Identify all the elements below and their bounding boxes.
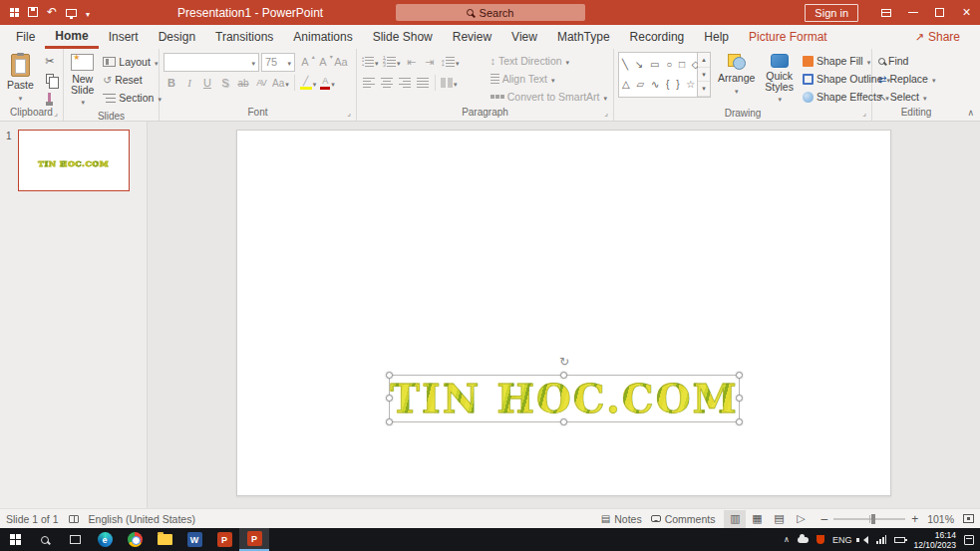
justify-button[interactable]	[415, 75, 431, 92]
slide-thumbnail[interactable]: TIN HOC.COM	[18, 130, 130, 191]
tab-help[interactable]: Help	[694, 25, 739, 49]
battery-icon[interactable]	[894, 537, 905, 543]
font-color-button[interactable]: A	[319, 75, 336, 92]
align-text-button[interactable]: Align Text	[489, 70, 609, 88]
taskbar-chrome-button[interactable]	[120, 528, 150, 551]
shapes-scroll-up-icon[interactable]: ▴	[698, 53, 710, 68]
text-direction-button[interactable]: ↕Text Direction	[489, 52, 609, 70]
select-button[interactable]: ↖Select	[876, 88, 956, 106]
increase-indent-button[interactable]: ⇥	[421, 54, 437, 71]
clipboard-dialog-launcher[interactable]	[51, 109, 61, 119]
columns-button[interactable]	[440, 75, 459, 92]
underline-button[interactable]: U	[199, 75, 215, 92]
highlight-button[interactable]: ╱	[299, 75, 318, 92]
action-center-icon[interactable]	[964, 535, 974, 545]
zoom-slider[interactable]	[833, 518, 905, 520]
tab-insert[interactable]: Insert	[99, 25, 149, 49]
rotate-handle-icon[interactable]: ↻	[559, 356, 569, 368]
change-case-button[interactable]: Aa	[271, 75, 290, 92]
close-button[interactable]: ×	[953, 0, 980, 25]
tab-slide-show[interactable]: Slide Show	[363, 25, 443, 49]
strikethrough-button[interactable]: ab	[235, 75, 251, 92]
format-painter-button[interactable]	[41, 89, 59, 105]
taskbar-powerpoint-active-button[interactable]: P	[239, 528, 269, 551]
paragraph-dialog-launcher[interactable]	[601, 109, 611, 119]
convert-to-smartart-button[interactable]: Convert to SmartArt	[489, 88, 609, 106]
search-box[interactable]: Search	[396, 4, 585, 21]
new-slide-button[interactable]: New Slide	[68, 52, 97, 110]
align-center-button[interactable]	[379, 75, 395, 92]
sign-in-button[interactable]: Sign in	[805, 4, 858, 22]
task-view-button[interactable]	[60, 528, 90, 551]
bold-button[interactable]: B	[163, 75, 179, 92]
cut-button[interactable]: ✂	[41, 53, 59, 69]
start-button[interactable]	[0, 528, 30, 551]
resize-handle-n[interactable]	[560, 372, 567, 379]
notes-button[interactable]: ▤Notes	[601, 513, 642, 525]
wordart-text[interactable]: TIN HOC.COM	[390, 376, 739, 421]
resize-handle-nw[interactable]	[386, 372, 393, 379]
share-button[interactable]: ↗ Share	[901, 25, 974, 49]
minimize-button[interactable]	[899, 0, 926, 25]
shapes-gallery[interactable]: ╲ ↘ ▭ ○ □ ◇ △ ▱ ∿ { } ☆	[618, 52, 698, 98]
text-shadow-button[interactable]: S	[217, 75, 233, 92]
undo-button[interactable]: ↶	[47, 0, 57, 25]
app-icon[interactable]	[10, 8, 19, 17]
fit-slide-to-window-icon[interactable]	[963, 514, 974, 523]
reading-view-button[interactable]: ▤	[768, 510, 790, 528]
tab-design[interactable]: Design	[149, 25, 205, 49]
taskbar-powerpoint-button[interactable]: P	[209, 528, 239, 551]
layout-button[interactable]: Layout	[101, 53, 163, 71]
resize-handle-s[interactable]	[560, 418, 567, 425]
arrange-button[interactable]: Arrange	[715, 52, 758, 107]
resize-handle-w[interactable]	[386, 395, 393, 402]
shapes-scroll-down-icon[interactable]: ▾	[698, 68, 710, 83]
zoom-level[interactable]: 101%	[927, 513, 954, 525]
clear-formatting-button[interactable]: Aa	[333, 54, 349, 71]
language-indicator[interactable]: English (United States)	[89, 513, 195, 525]
paste-button[interactable]: Paste	[4, 52, 37, 106]
normal-view-button[interactable]: ▥	[724, 510, 746, 528]
resize-handle-e[interactable]	[736, 395, 743, 402]
font-dialog-launcher[interactable]	[344, 109, 354, 119]
tab-picture-format[interactable]: Picture Format	[739, 25, 837, 49]
numbering-button[interactable]: 1 2 3	[382, 54, 402, 71]
taskbar-explorer-button[interactable]	[150, 528, 179, 551]
font-name-combo[interactable]	[163, 53, 259, 72]
taskbar-word-button[interactable]: W	[179, 528, 209, 551]
taskbar-clock[interactable]: 16:14 12/10/2023	[913, 530, 956, 550]
resize-handle-se[interactable]	[736, 418, 743, 425]
onedrive-icon[interactable]	[798, 537, 809, 543]
tab-animations[interactable]: Animations	[283, 25, 362, 49]
italic-button[interactable]: I	[181, 75, 197, 92]
bullets-button[interactable]: • • •	[361, 54, 380, 71]
slide-sorter-view-button[interactable]: ▦	[746, 510, 768, 528]
zoom-slider-thumb[interactable]	[871, 514, 875, 524]
decrease-indent-button[interactable]: ⇤	[403, 54, 419, 71]
customize-qat-caret-icon[interactable]	[86, 7, 90, 19]
tab-recording[interactable]: Recording	[620, 25, 695, 49]
tab-review[interactable]: Review	[443, 25, 501, 49]
tab-mathtype[interactable]: MathType	[547, 25, 620, 49]
wordart-selection-box[interactable]: TIN HOC.COM ↻	[389, 375, 740, 422]
tab-file[interactable]: File	[6, 25, 45, 49]
font-size-combo[interactable]: 75	[261, 53, 295, 72]
ribbon-display-options-button[interactable]	[872, 0, 899, 25]
drawing-dialog-launcher[interactable]	[859, 109, 869, 119]
taskbar-edge-button[interactable]: e	[90, 528, 120, 551]
resize-handle-sw[interactable]	[386, 418, 393, 425]
zoom-out-button[interactable]: –	[820, 514, 827, 524]
align-left-button[interactable]	[361, 75, 377, 92]
slideshow-view-button[interactable]: ▷	[790, 510, 812, 528]
save-button[interactable]	[28, 7, 38, 19]
collapse-ribbon-icon[interactable]	[967, 108, 974, 118]
zoom-in-button[interactable]: +	[911, 514, 918, 524]
section-button[interactable]: Section	[101, 89, 163, 107]
grow-font-button[interactable]: A	[297, 54, 313, 71]
volume-icon[interactable]	[859, 536, 868, 544]
start-slideshow-button[interactable]	[66, 7, 77, 19]
tab-home[interactable]: Home	[45, 25, 98, 49]
comments-button[interactable]: Comments	[651, 513, 716, 525]
shrink-font-button[interactable]: A	[315, 54, 331, 71]
align-right-button[interactable]	[397, 75, 413, 92]
